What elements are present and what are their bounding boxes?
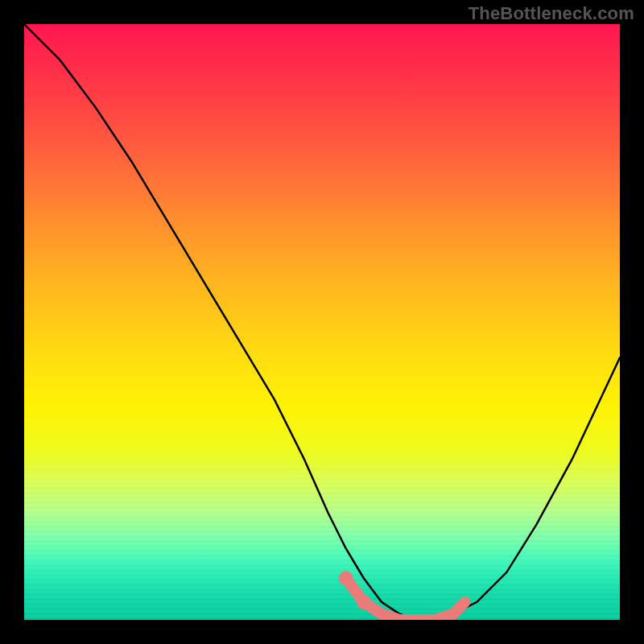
svg-point-0 — [339, 571, 353, 585]
bottleneck-curve — [24, 24, 620, 620]
chart-frame: TheBottleneck.com — [0, 0, 644, 644]
svg-point-1 — [357, 595, 371, 609]
plot-area — [24, 24, 620, 620]
watermark-text: TheBottleneck.com — [469, 3, 634, 24]
curve-svg — [24, 24, 620, 620]
